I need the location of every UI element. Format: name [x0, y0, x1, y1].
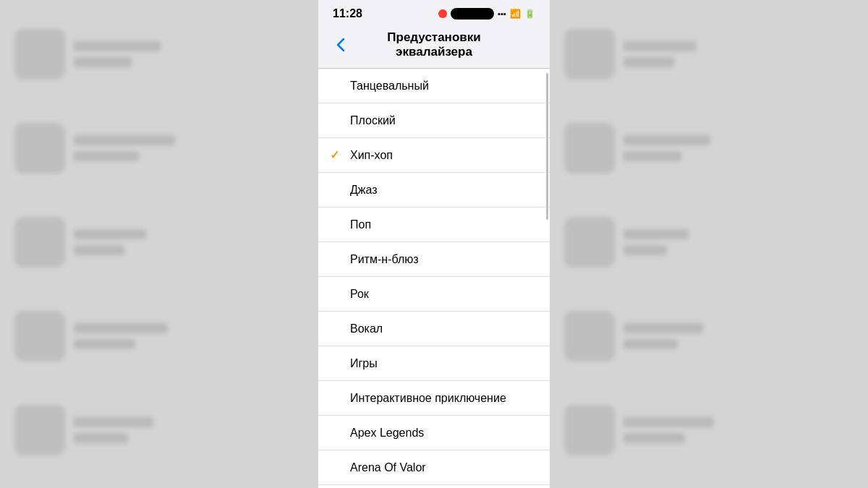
blur-text — [74, 57, 132, 67]
blur-text — [624, 245, 667, 255]
blur-text — [74, 151, 139, 161]
list-item[interactable]: Плоский — [318, 103, 550, 138]
list-item[interactable]: Battle Royale — [318, 485, 550, 488]
preset-label: Рок — [350, 288, 538, 301]
preset-label: Поп — [350, 218, 538, 231]
blur-text — [624, 339, 678, 349]
blur-text — [624, 41, 696, 51]
scroll-thumb — [546, 73, 548, 220]
blur-text — [74, 339, 135, 349]
list-item[interactable]: Танцевальный — [318, 69, 550, 103]
time-display: 11:28 — [333, 7, 362, 20]
blur-text — [624, 135, 710, 145]
recording-indicator — [438, 9, 447, 18]
list-item[interactable]: Поп — [318, 207, 550, 242]
list-item[interactable]: ✓Хип-хоп — [318, 138, 550, 173]
list-item[interactable]: Apex Legends — [318, 416, 550, 450]
list-item[interactable]: Arena Of Valor — [318, 450, 550, 485]
blur-text — [624, 229, 689, 239]
battery-icon: 🔋 — [524, 9, 535, 19]
status-bar: 11:28 ▪▪▪ 📶 🔋 — [318, 0, 550, 25]
checkmark-icon: ✓ — [330, 148, 343, 162]
preset-label: Arena Of Valor — [350, 461, 538, 474]
page-title: Предустановки эквалайзера — [352, 30, 516, 59]
blur-thumb — [564, 123, 615, 174]
blur-thumb — [14, 311, 65, 361]
preset-label: Apex Legends — [350, 427, 538, 440]
preset-label: Ритм-н-блюз — [350, 253, 538, 266]
blur-thumb — [14, 29, 65, 80]
blur-text — [74, 135, 175, 145]
wifi-icon: 📶 — [510, 9, 521, 19]
status-right: ▪▪▪ 📶 🔋 — [438, 8, 535, 20]
list-item[interactable]: Вокал — [318, 312, 550, 346]
blur-thumb — [564, 217, 615, 267]
blur-thumb — [14, 123, 65, 174]
dynamic-island — [451, 8, 494, 20]
equalizer-panel: 11:28 ▪▪▪ 📶 🔋 Предустановки эквалайзера … — [318, 0, 550, 488]
blur-text — [74, 245, 124, 255]
blur-thumb — [14, 405, 65, 455]
blur-text — [624, 417, 714, 427]
list-item[interactable]: Рок — [318, 277, 550, 312]
preset-label: Игры — [350, 357, 538, 370]
preset-label: Вокал — [350, 322, 538, 335]
preset-label: Плоский — [350, 114, 538, 127]
blur-thumb — [564, 405, 615, 455]
right-background — [550, 0, 868, 488]
blur-text — [624, 57, 674, 67]
blur-text — [624, 151, 681, 161]
blur-thumb — [14, 217, 65, 267]
preset-label: Джаз — [350, 184, 538, 197]
blur-text — [74, 41, 161, 51]
blur-text — [74, 323, 168, 333]
blur-text — [624, 433, 685, 443]
list-item[interactable]: Игры — [318, 346, 550, 381]
preset-label: Хип-хоп — [350, 149, 538, 162]
left-background — [0, 0, 318, 488]
blur-text — [624, 323, 703, 333]
preset-label: Танцевальный — [350, 80, 538, 93]
list-item[interactable]: Ритм-н-блюз — [318, 242, 550, 277]
list-item[interactable]: Джаз — [318, 173, 550, 207]
signal-bars: ▪▪▪ — [498, 9, 506, 18]
blur-text — [74, 229, 146, 239]
list-item[interactable]: Интерактивное приключение — [318, 381, 550, 416]
blur-thumb — [564, 29, 615, 80]
back-chevron-icon — [336, 38, 345, 52]
blur-text — [74, 417, 153, 427]
navigation-bar: Предустановки эквалайзера — [318, 25, 550, 69]
back-button[interactable] — [330, 34, 352, 56]
preset-label: Интерактивное приключение — [350, 392, 538, 405]
blur-text — [74, 433, 128, 443]
blur-thumb — [564, 311, 615, 361]
preset-list[interactable]: ТанцевальныйПлоский✓Хип-хопДжазПопРитм-н… — [318, 69, 550, 488]
